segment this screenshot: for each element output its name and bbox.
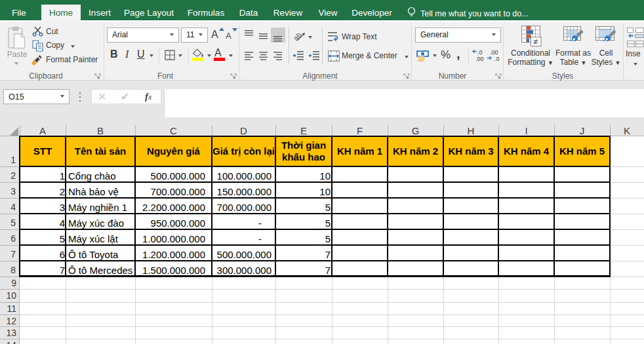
svg-text:≠: ≠ <box>533 37 538 47</box>
svg-text:.0: .0 <box>477 49 483 56</box>
svg-text:.00: .00 <box>490 49 498 56</box>
svg-text:.00: .00 <box>475 56 484 62</box>
